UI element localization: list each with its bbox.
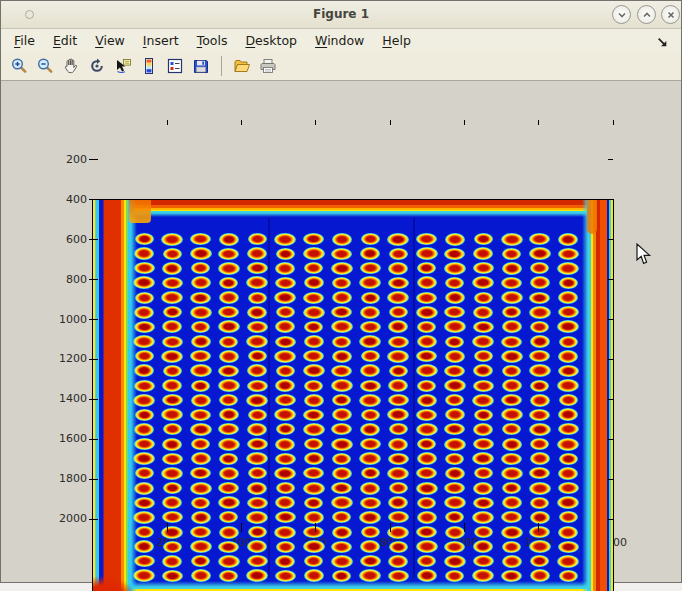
y-tick-mark bbox=[89, 279, 98, 280]
well-spot bbox=[219, 277, 238, 289]
well-spot bbox=[502, 379, 522, 392]
well-spot bbox=[559, 570, 578, 582]
well-spot bbox=[275, 555, 295, 568]
well-spot bbox=[360, 423, 380, 436]
well-spot bbox=[359, 452, 381, 465]
well-spot bbox=[389, 365, 408, 377]
well-spot bbox=[248, 350, 267, 362]
menu-item-help[interactable]: Help bbox=[382, 33, 411, 48]
well-spot bbox=[218, 482, 239, 494]
well-spot bbox=[276, 248, 295, 260]
well-spot bbox=[303, 247, 325, 260]
well-spot bbox=[276, 482, 295, 494]
well-spot bbox=[247, 438, 268, 450]
well-spot bbox=[331, 482, 352, 494]
well-spot bbox=[557, 496, 579, 509]
well-spot bbox=[388, 379, 408, 392]
well-spot bbox=[219, 336, 238, 348]
well-spot bbox=[417, 452, 437, 465]
menu-item-tools[interactable]: Tools bbox=[197, 33, 228, 48]
plot-area[interactable] bbox=[92, 199, 614, 591]
well-spot bbox=[135, 292, 154, 304]
maximize-button[interactable] bbox=[637, 5, 656, 24]
well-spot bbox=[190, 350, 211, 362]
well-spot bbox=[388, 453, 409, 465]
y-tick-mark bbox=[608, 159, 613, 160]
well-spot bbox=[388, 277, 409, 289]
y-tick-mark bbox=[89, 359, 98, 360]
well-spot bbox=[303, 482, 325, 495]
y-tick-mark bbox=[608, 239, 613, 240]
colorbar-icon[interactable] bbox=[139, 56, 159, 76]
well-spot bbox=[161, 350, 183, 363]
insert-legend-icon[interactable] bbox=[165, 56, 185, 76]
well-spot bbox=[303, 306, 325, 319]
menu-item-edit[interactable]: Edit bbox=[53, 33, 77, 48]
rotate-3d-icon[interactable] bbox=[87, 56, 107, 76]
menu-item-desktop[interactable]: Desktop bbox=[245, 33, 297, 48]
well-spot bbox=[332, 467, 352, 480]
well-spot bbox=[558, 365, 579, 377]
save-icon[interactable] bbox=[191, 56, 211, 76]
well-spot bbox=[163, 541, 182, 553]
well-spot bbox=[388, 394, 409, 406]
x-tick-mark bbox=[613, 120, 614, 125]
well-spot bbox=[191, 497, 210, 509]
well-spot bbox=[473, 364, 493, 377]
print-icon[interactable] bbox=[258, 56, 278, 76]
well-spot bbox=[332, 291, 352, 304]
well-spot bbox=[304, 438, 323, 450]
menu-item-view[interactable]: View bbox=[95, 33, 125, 48]
menu-item-file[interactable]: File bbox=[14, 33, 35, 48]
well-spot bbox=[135, 233, 154, 245]
well-spot bbox=[473, 423, 493, 436]
menu-item-window[interactable]: Window bbox=[315, 33, 364, 48]
x-tick-mark bbox=[538, 523, 539, 532]
zoom-out-icon[interactable] bbox=[35, 56, 55, 76]
x-tick-mark bbox=[613, 523, 614, 532]
well-spot bbox=[219, 394, 238, 406]
close-button[interactable] bbox=[661, 5, 680, 24]
y-tick-mark bbox=[608, 439, 613, 440]
well-spot bbox=[501, 408, 523, 421]
dock-figure-icon[interactable] bbox=[656, 34, 669, 47]
data-cursor-icon[interactable] bbox=[113, 56, 133, 76]
pan-hand-icon[interactable] bbox=[61, 56, 81, 76]
well-spot bbox=[360, 364, 380, 377]
open-folder-icon[interactable] bbox=[232, 56, 252, 76]
well-spot bbox=[163, 248, 182, 260]
well-spot bbox=[275, 453, 296, 465]
well-spot bbox=[530, 262, 549, 274]
well-spot bbox=[502, 555, 522, 568]
well-spot bbox=[529, 350, 550, 362]
menu-item-insert[interactable]: Insert bbox=[143, 33, 179, 48]
well-spot bbox=[389, 482, 408, 494]
well-spot bbox=[276, 423, 295, 435]
well-spot bbox=[331, 365, 352, 377]
well-spot bbox=[190, 247, 212, 260]
x-tick-mark bbox=[464, 120, 465, 125]
well-spot bbox=[529, 540, 551, 553]
well-spot bbox=[219, 526, 239, 539]
well-spot bbox=[359, 394, 381, 407]
well-spot bbox=[163, 423, 182, 435]
well-spot bbox=[501, 511, 522, 523]
well-spot bbox=[387, 408, 409, 421]
zoom-in-icon[interactable] bbox=[9, 56, 29, 76]
titlebar[interactable]: Figure 1 bbox=[1, 1, 681, 29]
well-spot bbox=[417, 511, 437, 524]
minimize-button[interactable] bbox=[612, 5, 631, 24]
y-tick-mark bbox=[89, 239, 98, 240]
well-spot bbox=[133, 394, 155, 407]
well-spot bbox=[161, 526, 183, 539]
well-spot bbox=[416, 306, 438, 319]
well-spot bbox=[529, 482, 551, 495]
well-spot bbox=[557, 262, 579, 275]
well-spot bbox=[416, 526, 437, 538]
well-spot bbox=[248, 409, 267, 421]
well-spot bbox=[134, 482, 154, 495]
well-spot bbox=[191, 394, 211, 407]
well-spot bbox=[445, 408, 465, 421]
y-tick-mark bbox=[89, 319, 98, 320]
x-tick-mark bbox=[390, 120, 391, 125]
